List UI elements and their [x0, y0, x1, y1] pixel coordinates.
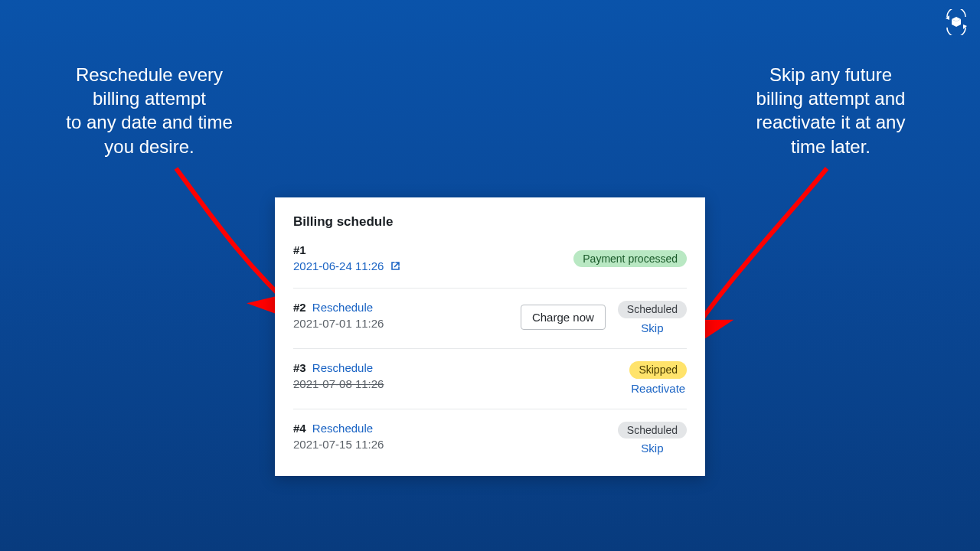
- status-badge-scheduled: Scheduled: [618, 422, 687, 439]
- billing-schedule-card: Billing schedule #1 2021-06-24 11:26 Pay…: [275, 197, 705, 476]
- skip-link[interactable]: Skip: [641, 321, 663, 334]
- reactivate-link[interactable]: Reactivate: [631, 382, 685, 395]
- billing-id: #3: [293, 361, 306, 374]
- billing-row: #1 2021-06-24 11:26 Payment processed: [293, 243, 687, 288]
- billing-id: #4: [293, 422, 306, 435]
- charge-now-button[interactable]: Charge now: [521, 305, 606, 330]
- billing-row: #4 Reschedule 2021-07-15 11:26 Scheduled…: [293, 409, 687, 469]
- billing-date: 2021-07-08 11:26: [293, 377, 446, 390]
- external-link-icon: [390, 260, 400, 273]
- billing-row: #3 Reschedule 2021-07-08 11:26 Skipped R…: [293, 348, 687, 409]
- billing-date-link[interactable]: 2021-06-24 11:26: [293, 259, 384, 272]
- status-badge-processed: Payment processed: [573, 250, 687, 268]
- card-title: Billing schedule: [293, 214, 687, 230]
- reschedule-link[interactable]: Reschedule: [312, 422, 373, 435]
- reschedule-link[interactable]: Reschedule: [312, 301, 373, 314]
- status-badge-skipped: Skipped: [629, 361, 687, 379]
- billing-date: 2021-07-15 11:26: [293, 438, 446, 451]
- refresh-box-icon: [943, 9, 969, 35]
- skip-link[interactable]: Skip: [641, 442, 663, 455]
- reschedule-link[interactable]: Reschedule: [312, 361, 373, 374]
- caption-right: Skip any future billing attempt and reac…: [727, 63, 934, 158]
- billing-id: #2: [293, 301, 306, 314]
- billing-date: 2021-07-01 11:26: [293, 317, 446, 330]
- billing-row: #2 Reschedule 2021-07-01 11:26 Charge no…: [293, 288, 687, 348]
- status-badge-scheduled: Scheduled: [618, 301, 687, 318]
- caption-left: Reschedule every billing attempt to any …: [46, 63, 253, 158]
- billing-id: #1: [293, 243, 446, 256]
